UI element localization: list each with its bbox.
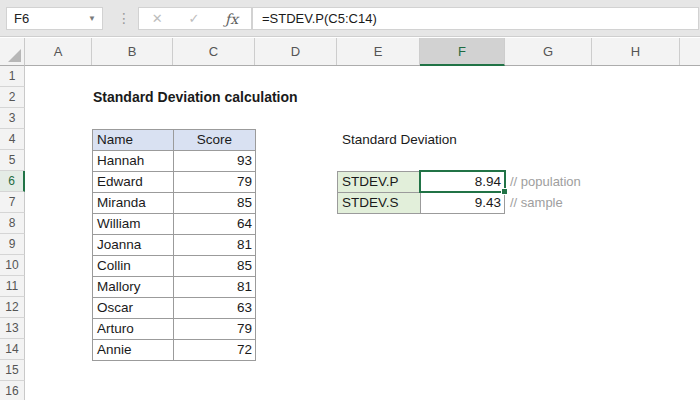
score-cell[interactable]: 79 xyxy=(174,319,256,340)
fill-handle[interactable] xyxy=(501,188,508,195)
score-column-header[interactable]: Score xyxy=(174,130,256,151)
column-header-b[interactable]: B xyxy=(92,38,173,65)
formula-bar-separator-dots-icon: ⋮ xyxy=(117,8,131,28)
name-cell[interactable]: Collin xyxy=(93,256,174,277)
name-cell[interactable]: Hannah xyxy=(93,151,174,172)
row-header-15[interactable]: 15 xyxy=(0,360,25,381)
table-row: Arturo 79 xyxy=(93,319,256,340)
score-cell[interactable]: 72 xyxy=(174,340,256,361)
score-cell[interactable]: 63 xyxy=(174,298,256,319)
excel-window: F6 ▼ ⋮ ✕ ✓ ƒx =STDEV.P(C5:C14) A B C D E… xyxy=(0,0,700,400)
table-row: Miranda 85 xyxy=(93,193,256,214)
formula-input[interactable]: =STDEV.P(C5:C14) xyxy=(252,7,699,30)
column-headers: A B C D E F G H xyxy=(0,38,700,66)
row-header-8[interactable]: 8 xyxy=(0,213,25,234)
row-header-3[interactable]: 3 xyxy=(0,108,25,129)
name-cell[interactable]: William xyxy=(93,214,174,235)
row-header-14[interactable]: 14 xyxy=(0,339,25,360)
name-cell[interactable]: Joanna xyxy=(93,235,174,256)
column-header-e[interactable]: E xyxy=(337,38,420,65)
score-cell[interactable]: 81 xyxy=(174,277,256,298)
formula-bar-chrome: F6 ▼ ⋮ ✕ ✓ ƒx =STDEV.P(C5:C14) xyxy=(0,0,700,37)
row-header-12[interactable]: 12 xyxy=(0,297,25,318)
score-cell[interactable]: 64 xyxy=(174,214,256,235)
score-cell[interactable]: 93 xyxy=(174,151,256,172)
select-all-triangle-icon xyxy=(8,49,21,62)
table-row: Collin 85 xyxy=(93,256,256,277)
row-header-13[interactable]: 13 xyxy=(0,318,25,339)
column-header-d[interactable]: D xyxy=(255,38,337,65)
row-header-4[interactable]: 4 xyxy=(0,129,25,150)
formula-text[interactable]: =STDEV.P(C5:C14) xyxy=(253,11,377,26)
table-row: Edward 79 xyxy=(93,172,256,193)
table-row: William 64 xyxy=(93,214,256,235)
row-header-5[interactable]: 5 xyxy=(0,150,25,171)
column-header-a[interactable]: A xyxy=(25,38,92,65)
stdev-s-label-cell[interactable]: STDEV.S xyxy=(337,192,421,214)
name-cell[interactable]: Miranda xyxy=(93,193,174,214)
name-cell[interactable]: Edward xyxy=(93,172,174,193)
row-header-9[interactable]: 9 xyxy=(0,234,25,255)
population-comment: // population xyxy=(510,171,581,192)
row-header-6-selected[interactable]: 6 xyxy=(0,171,25,192)
name-box[interactable]: F6 ▼ xyxy=(6,7,103,30)
stdev-s-value: 9.43 xyxy=(475,195,501,210)
sample-comment: // sample xyxy=(510,192,563,213)
name-cell[interactable]: Annie xyxy=(93,340,174,361)
stdev-p-label-cell[interactable]: STDEV.P xyxy=(337,171,421,193)
table-row: Annie 72 xyxy=(93,340,256,361)
worksheet-title[interactable]: Standard Deviation calculation xyxy=(93,87,298,108)
standard-deviation-section-label[interactable]: Standard Deviation xyxy=(342,129,457,150)
cancel-icon[interactable]: ✕ xyxy=(152,11,163,26)
name-cell[interactable]: Mallory xyxy=(93,277,174,298)
select-all-corner[interactable] xyxy=(0,38,25,66)
stdev-s-value-cell[interactable]: 9.43 xyxy=(420,192,505,214)
table-row: Joanna 81 xyxy=(93,235,256,256)
column-header-c[interactable]: C xyxy=(173,38,255,65)
row-header-1[interactable]: 1 xyxy=(0,66,25,87)
column-header-g[interactable]: G xyxy=(505,38,592,65)
name-box-cell-reference[interactable]: F6 xyxy=(7,11,88,26)
row-header-11[interactable]: 11 xyxy=(0,276,25,297)
column-header-f-selected[interactable]: F xyxy=(420,38,505,66)
name-cell[interactable]: Oscar xyxy=(93,298,174,319)
name-column-header[interactable]: Name xyxy=(93,130,174,151)
row-header-2[interactable]: 2 xyxy=(0,87,25,108)
row-header-7[interactable]: 7 xyxy=(0,192,25,213)
score-cell[interactable]: 79 xyxy=(174,172,256,193)
row-header-10[interactable]: 10 xyxy=(0,255,25,276)
stdev-p-value-cell-selected[interactable]: 8.94 xyxy=(419,170,506,193)
column-header-h[interactable]: H xyxy=(592,38,680,65)
scores-table-header-row: Name Score xyxy=(93,130,256,151)
insert-function-icon[interactable]: ƒx xyxy=(225,11,238,27)
table-row: Oscar 63 xyxy=(93,298,256,319)
scores-table: Name Score Hannah 93 Edward 79 Miranda 8… xyxy=(92,129,256,361)
row-headers: 1 2 3 4 5 6 7 8 9 10 11 12 13 14 15 16 xyxy=(0,66,25,400)
table-row: Hannah 93 xyxy=(93,151,256,172)
stdev-p-value: 8.94 xyxy=(475,174,501,189)
name-cell[interactable]: Arturo xyxy=(93,319,174,340)
score-cell[interactable]: 85 xyxy=(174,256,256,277)
row-header-16[interactable]: 16 xyxy=(0,381,25,400)
enter-icon[interactable]: ✓ xyxy=(188,11,199,26)
score-cell[interactable]: 81 xyxy=(174,235,256,256)
name-box-dropdown-icon[interactable]: ▼ xyxy=(88,14,102,23)
score-cell[interactable]: 85 xyxy=(174,193,256,214)
formula-bar-buttons: ✕ ✓ ƒx xyxy=(138,7,252,30)
table-row: Mallory 81 xyxy=(93,277,256,298)
